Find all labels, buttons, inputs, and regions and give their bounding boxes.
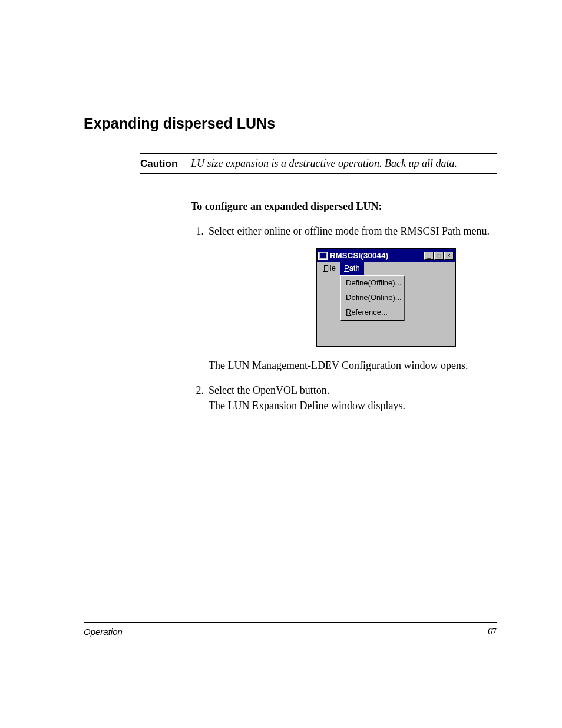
window-app-icon bbox=[318, 252, 328, 260]
close-button[interactable]: × bbox=[444, 252, 454, 260]
caution-text: LU size expansion is a destructive opera… bbox=[191, 157, 457, 170]
minimize-button[interactable]: _ bbox=[424, 252, 434, 260]
step-number: 2. bbox=[191, 383, 209, 413]
page-footer: Operation 67 bbox=[84, 622, 497, 637]
menu-item-reference[interactable]: Reference... bbox=[341, 305, 404, 320]
step-text: Select either online or offline mode fro… bbox=[209, 223, 497, 239]
window-control-buttons: _ □ × bbox=[424, 252, 454, 260]
path-dropdown-menu: Define(Offline)... Define(Online)... Ref… bbox=[340, 275, 404, 321]
footer-section-name: Operation bbox=[84, 627, 123, 637]
caution-block: Caution LU size expansion is a destructi… bbox=[140, 153, 497, 174]
window-titlebar: RMSCSI(30044) _ □ × bbox=[317, 249, 455, 262]
step-number: 1. bbox=[191, 223, 209, 239]
step-1-result: The LUN Management-LDEV Configuration wi… bbox=[209, 358, 497, 373]
footer-rule bbox=[84, 622, 497, 623]
maximize-button[interactable]: □ bbox=[434, 252, 444, 260]
step-text: Select the OpenVOL button. The LUN Expan… bbox=[209, 383, 497, 413]
window-menubar: File Path bbox=[317, 262, 455, 275]
instruction-heading: To configure an expanded dispersed LUN: bbox=[191, 200, 497, 213]
step-2: 2. Select the OpenVOL button. The LUN Ex… bbox=[191, 383, 497, 413]
menu-item-define-online[interactable]: Define(Online)... bbox=[341, 291, 404, 305]
close-icon: × bbox=[447, 253, 451, 259]
menu-item-define-offline[interactable]: Define(Offline)... bbox=[341, 276, 404, 291]
menu-file[interactable]: File bbox=[319, 262, 340, 275]
menu-path[interactable]: Path bbox=[340, 262, 364, 275]
caution-label: Caution bbox=[140, 158, 191, 170]
step-2-line1: Select the OpenVOL button. bbox=[209, 383, 497, 398]
footer-page-number: 67 bbox=[488, 627, 497, 637]
maximize-icon: □ bbox=[437, 253, 441, 259]
step-1: 1. Select either online or offline mode … bbox=[191, 223, 497, 239]
section-heading: Expanding dispersed LUNs bbox=[84, 115, 497, 132]
step-list: 1. Select either online or offline mode … bbox=[191, 223, 497, 413]
minimize-icon: _ bbox=[427, 253, 431, 259]
window-client-area: Define(Offline)... Define(Online)... Ref… bbox=[317, 275, 455, 346]
step-2-line2: The LUN Expansion Define window displays… bbox=[209, 398, 497, 413]
window-title: RMSCSI(30044) bbox=[330, 251, 424, 262]
rmscsi-window: RMSCSI(30044) _ □ × File Path Define(Off… bbox=[316, 248, 456, 347]
